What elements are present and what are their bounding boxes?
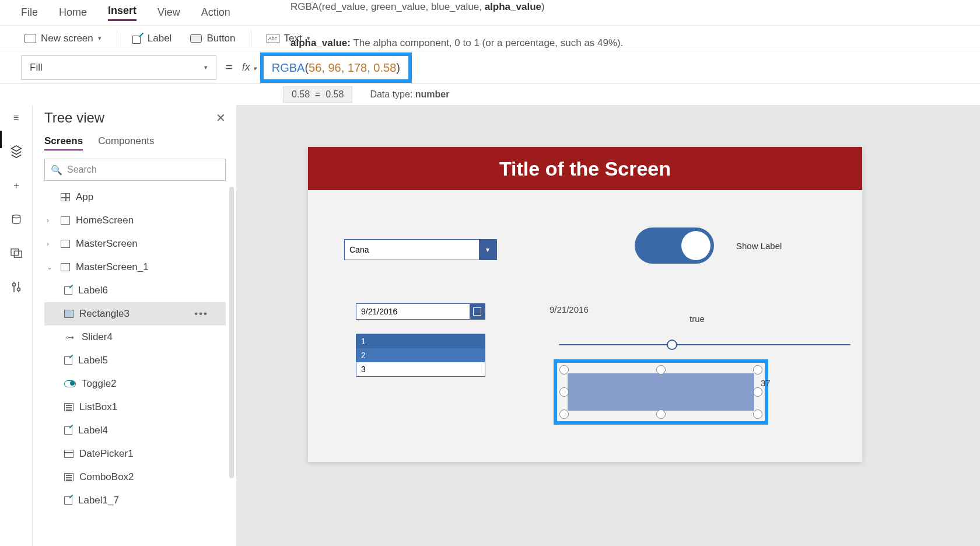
equals-sign: = <box>226 61 233 74</box>
hamburger-icon[interactable]: ≡ <box>9 111 23 125</box>
combobox-control[interactable]: Cana ▾ <box>344 239 497 260</box>
tree-view-panel: Tree view ✕ Screens Components 🔍 Search … <box>33 105 237 546</box>
arg-3: 0.58 <box>373 61 396 74</box>
property-selector[interactable]: Fill ▾ <box>21 55 216 80</box>
data-icon[interactable] <box>9 212 23 226</box>
list-item[interactable]: 2 <box>356 348 485 362</box>
list-item[interactable]: 3 <box>356 362 485 376</box>
media-icon[interactable] <box>9 246 23 260</box>
tree-item-label1_7[interactable]: Label1_7 <box>44 489 236 512</box>
result-type: Data type: number <box>370 89 449 100</box>
search-placeholder: Search <box>67 164 97 175</box>
tree-item-masterscreen[interactable]: ›MasterScreen <box>44 232 236 256</box>
more-icon[interactable]: ••• <box>194 308 208 320</box>
formula-bar: Fill ▾ = fx ▾ RGBA(56, 96, 178, 0.58) <box>0 51 980 84</box>
slider-control[interactable] <box>559 344 850 345</box>
slider-thumb[interactable] <box>667 340 677 350</box>
advanced-tools-icon[interactable] <box>9 280 23 294</box>
tree-item-combobox2[interactable]: ComboBox2 <box>44 466 236 489</box>
formula-result: 0.58 = 0.58 Data type: number <box>283 86 449 103</box>
insert-label-button[interactable]: Label <box>125 30 179 47</box>
svg-rect-2 <box>14 251 22 257</box>
tree-item-masterscreen1[interactable]: ⌄MasterScreen_1 <box>44 256 236 279</box>
resize-handle[interactable] <box>753 410 762 419</box>
app-canvas[interactable]: Title of the Screen Cana ▾ Show Label 9/… <box>308 147 862 462</box>
rail-active-indicator <box>0 131 2 148</box>
tree-item-label6[interactable]: Label6 <box>44 279 236 302</box>
toggle-label: Show Label <box>736 241 782 251</box>
tree-item-app[interactable]: App <box>44 186 236 209</box>
param-name: alpha_value: <box>290 37 351 48</box>
formula-fn: RGBA <box>272 61 305 74</box>
tree-scrollbar[interactable] <box>229 187 234 478</box>
main-area: ≡ ＋ Tree view ✕ Screens Components 🔍 Sea… <box>0 105 980 546</box>
chevron-down-icon[interactable]: ▾ <box>479 240 496 260</box>
menu-insert[interactable]: Insert <box>108 5 136 21</box>
rectangle-icon <box>64 310 74 318</box>
toggle-icon <box>64 380 76 387</box>
calendar-icon[interactable] <box>470 304 485 319</box>
arg-1: 96 <box>328 61 341 74</box>
search-icon: 🔍 <box>51 164 62 176</box>
label-icon <box>64 286 72 295</box>
tree-title: Tree view <box>44 110 104 126</box>
search-input[interactable]: 🔍 Search <box>44 159 226 181</box>
slider-icon: ⊶ <box>64 332 76 342</box>
resize-handle[interactable] <box>559 387 569 397</box>
tree-view-icon[interactable] <box>9 145 23 159</box>
resize-handle[interactable] <box>656 410 666 419</box>
tree-item-slider4[interactable]: ⊶Slider4 <box>44 326 236 349</box>
insert-button-button[interactable]: Button <box>183 30 242 47</box>
formula-input[interactable]: RGBA(56, 96, 178, 0.58) <box>260 52 412 83</box>
tree-item-homescreen[interactable]: ›HomeScreen <box>44 209 236 232</box>
separator <box>117 30 117 47</box>
menu-file[interactable]: File <box>21 6 38 19</box>
screen-icon <box>61 240 70 248</box>
rectangle-selection[interactable] <box>554 359 768 425</box>
tree-item-toggle2[interactable]: Toggle2 <box>44 372 236 396</box>
result-value: 0.58 = 0.58 <box>283 86 352 103</box>
separator <box>251 30 251 47</box>
label-text: Label <box>148 33 172 44</box>
new-screen-button[interactable]: New screen ▾ <box>18 30 108 47</box>
button-text: Button <box>206 33 235 44</box>
arg-2: 178 <box>348 61 367 74</box>
resize-handle[interactable] <box>559 410 569 419</box>
svg-rect-1 <box>11 249 19 256</box>
fx-icon[interactable]: fx ▾ <box>242 61 257 74</box>
svg-point-4 <box>17 288 20 291</box>
menu-view[interactable]: View <box>158 6 180 19</box>
insert-plus-icon[interactable]: ＋ <box>9 178 23 192</box>
sig-bold: alpha_value <box>485 1 541 12</box>
resize-handle[interactable] <box>753 387 762 397</box>
resize-handle[interactable] <box>753 365 762 374</box>
tab-components[interactable]: Components <box>98 135 154 150</box>
menu-home[interactable]: Home <box>59 6 87 19</box>
rectangle3-control[interactable] <box>568 373 754 411</box>
chevron-down-icon: ▾ <box>204 64 208 71</box>
tree-item-listbox1[interactable]: ListBox1 <box>44 396 236 419</box>
sig-prefix: RGBA(red_value, green_value, blue_value, <box>290 1 485 12</box>
formula-hint: RGBA(red_value, green_value, blue_value,… <box>290 1 623 49</box>
tree-item-rectangle3[interactable]: Rectangle3••• <box>44 302 226 326</box>
menu-action[interactable]: Action <box>201 6 230 19</box>
canvas-area[interactable]: Title of the Screen Cana ▾ Show Label 9/… <box>237 105 980 546</box>
list-item[interactable]: 1 <box>356 334 485 348</box>
date-value: 9/21/2016 <box>356 307 470 316</box>
text-icon: Abc <box>267 34 279 43</box>
tree-item-label5[interactable]: Label5 <box>44 349 236 372</box>
slider-track <box>559 344 850 345</box>
resize-handle[interactable] <box>656 365 666 374</box>
listbox-control[interactable]: 1 2 3 <box>356 334 485 377</box>
combobox-value: Cana <box>345 245 479 254</box>
close-icon[interactable]: ✕ <box>216 111 226 125</box>
resize-handle[interactable] <box>559 365 569 374</box>
property-name: Fill <box>30 62 43 74</box>
tree-item-datepicker1[interactable]: DatePicker1 <box>44 442 236 466</box>
datepicker-control[interactable]: 9/21/2016 <box>356 303 485 320</box>
tab-screens[interactable]: Screens <box>44 135 83 150</box>
arg-0: 56 <box>309 61 321 74</box>
tree-item-label4[interactable]: Label4 <box>44 419 236 442</box>
svg-point-3 <box>12 284 15 286</box>
toggle-control[interactable] <box>635 228 714 264</box>
